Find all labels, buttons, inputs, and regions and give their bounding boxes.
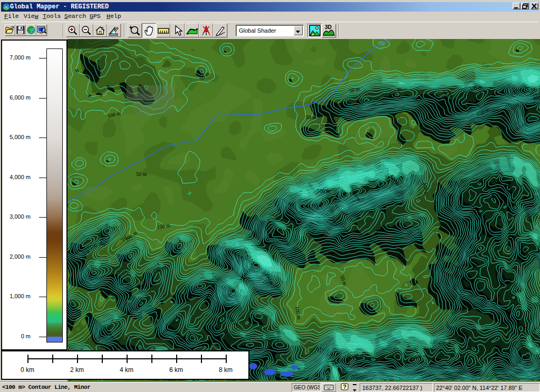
svg-text:500 m: 500 m bbox=[317, 188, 331, 194]
svg-text:50 m: 50 m bbox=[306, 114, 317, 120]
svg-text:3D: 3D bbox=[325, 24, 332, 30]
svg-text:400: 400 bbox=[533, 95, 540, 101]
svg-text:400 m: 400 m bbox=[413, 353, 427, 360]
svg-text:50 m: 50 m bbox=[136, 171, 147, 177]
svg-text:?: ? bbox=[343, 384, 346, 390]
